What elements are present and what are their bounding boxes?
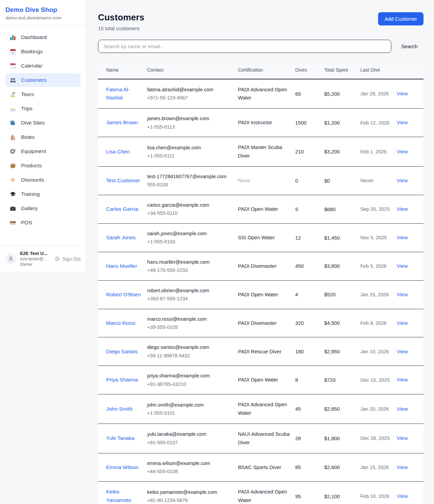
- view-customer-link[interactable]: View: [397, 119, 408, 125]
- view-customer-link[interactable]: View: [397, 149, 408, 154]
- search-row: Search: [98, 40, 423, 53]
- sidebar-item-dive-sites[interactable]: Dive Sites: [5, 116, 81, 130]
- view-customer-link[interactable]: View: [397, 464, 408, 470]
- customer-total-spent: $3,200: [324, 142, 360, 162]
- customer-name-link[interactable]: Sarah Jones: [106, 235, 136, 240]
- sidebar-item-training[interactable]: Training: [5, 187, 81, 201]
- customer-total-spent: $5,200: [324, 84, 360, 104]
- table-row: Marco Rossimarco.rossi@example.com+39-55…: [98, 309, 423, 338]
- customer-email: fatima.alrashid@example.com: [147, 86, 235, 93]
- search-input[interactable]: [98, 40, 391, 53]
- view-customer-link[interactable]: View: [397, 235, 408, 240]
- customer-certification: PADI Master Scuba Diver: [238, 144, 282, 158]
- customer-name-link[interactable]: Keiko Yamamoto: [106, 489, 131, 503]
- customer-certification: PADI Open Water: [238, 206, 278, 212]
- sidebar-item-dashboard[interactable]: Dashboard: [5, 31, 81, 44]
- customer-certification: PADI Advanced Open Water: [238, 489, 287, 503]
- package-icon: [9, 162, 16, 169]
- customer-name-link[interactable]: Priya Sharma: [106, 377, 138, 382]
- sidebar-item-equipment[interactable]: Equipment: [5, 145, 81, 158]
- search-button[interactable]: Search: [400, 42, 418, 51]
- sidebar-item-bookings[interactable]: 17Bookings: [5, 45, 81, 58]
- user-meta: E2E Test U... e2e-tester@... Owner: [20, 251, 47, 267]
- sidebar-item-trips[interactable]: Trips: [5, 102, 81, 115]
- customer-phone: +81-90-1234-5678: [147, 497, 235, 504]
- customer-name-link[interactable]: Hans Mueller: [106, 263, 137, 269]
- table-row: Diego Santosdiego.santos@example.com+55-…: [98, 337, 423, 366]
- person-icon: [8, 256, 14, 262]
- customer-contact: carlos.garcia@example.com+34-555-0110: [147, 195, 238, 223]
- customer-dives: 0: [295, 171, 324, 191]
- customer-certification: NAUI Advanced Scuba Diver: [238, 431, 290, 445]
- view-customer-link[interactable]: View: [397, 206, 408, 212]
- customer-last-dive: Jan 28, 2026: [360, 84, 397, 104]
- sidebar-item-products[interactable]: Products: [5, 159, 81, 172]
- dive-mask-icon: [9, 148, 16, 155]
- view-customer-link[interactable]: View: [397, 349, 408, 354]
- sidebar-item-pos[interactable]: POS: [5, 216, 81, 229]
- customer-last-dive: Feb 1, 2026: [360, 142, 397, 162]
- customer-phone: +1-555-0111: [147, 152, 235, 160]
- customer-name-link[interactable]: Yuki Tanaka: [106, 435, 134, 441]
- sidebar-item-discounts[interactable]: Discounts: [5, 173, 81, 187]
- sidebar-nav: Dashboard17BookingsCalendarCustomersTour…: [0, 26, 86, 233]
- customer-last-dive: Dec 15, 2025: [360, 370, 397, 390]
- credit-card-icon: [9, 219, 16, 226]
- view-customer-link[interactable]: View: [397, 406, 408, 412]
- customer-phone: +1-555-0103: [147, 238, 235, 245]
- customer-name-link[interactable]: James Brown: [106, 119, 138, 125]
- customer-email: keiko.yamamoto@example.com: [147, 488, 235, 496]
- customer-name-link[interactable]: Robert O'Brien: [106, 292, 141, 297]
- customer-dives: 85: [295, 457, 324, 477]
- customer-phone: +353-87-555-1234: [147, 295, 235, 302]
- customer-certification: PADI Open Water: [238, 292, 278, 297]
- customer-name-link[interactable]: Fatima Al-Rashid: [106, 87, 130, 101]
- customer-dives: 1500: [295, 113, 324, 133]
- sidebar-item-label: Dive Sites: [21, 120, 45, 126]
- view-customer-link[interactable]: View: [397, 263, 408, 269]
- customer-name-link[interactable]: Test Customer: [106, 178, 140, 183]
- customer-certification: PADI Divemaster: [238, 263, 277, 269]
- customer-contact: sarah.jones@example.com+1-555-0103: [147, 224, 238, 252]
- add-customer-button[interactable]: Add Customer: [378, 12, 423, 25]
- sidebar-item-label: Gallery: [21, 205, 38, 211]
- sidebar-item-gallery[interactable]: Gallery: [5, 202, 81, 215]
- table-row: Fatima Al-Rashidfatima.alrashid@example.…: [98, 79, 423, 109]
- view-customer-link[interactable]: View: [397, 435, 408, 441]
- table-row: Carlos Garciacarlos.garcia@example.com+3…: [98, 195, 423, 224]
- customer-name-link[interactable]: Carlos Garcia: [106, 206, 138, 212]
- customer-name-link[interactable]: Diego Santos: [106, 349, 138, 354]
- sidebar-item-label: Customers: [21, 77, 46, 83]
- customer-name-link[interactable]: John Smith: [106, 406, 133, 412]
- table-row: Robert O'Brienrobert.obrien@example.com+…: [98, 281, 423, 309]
- customer-contact: yuki.tanaka@example.com+81-555-0107: [147, 424, 238, 452]
- table-row: Priya Sharmapriya.sharma@example.com+91-…: [98, 366, 423, 394]
- table-row: Lisa Chenlisa.chen@example.com+1-555-011…: [98, 137, 423, 167]
- customer-dives: 65: [295, 84, 324, 104]
- view-customer-link[interactable]: View: [397, 292, 408, 297]
- customer-last-dive: Sep 20, 2025: [360, 199, 397, 219]
- customer-name-link[interactable]: Lisa Chen: [106, 149, 130, 154]
- view-customer-link[interactable]: View: [397, 178, 408, 183]
- view-customer-link[interactable]: View: [397, 91, 408, 96]
- sidebar-item-label: Products: [21, 163, 42, 169]
- sign-out-button[interactable]: Sign Out: [55, 256, 81, 262]
- customer-certification: None: [238, 178, 250, 183]
- customer-contact: test-1772681807767@example.com555-0100: [147, 167, 238, 195]
- view-customer-link[interactable]: View: [397, 320, 408, 326]
- sidebar-item-label: Discounts: [21, 177, 44, 183]
- view-customer-link[interactable]: View: [397, 493, 408, 499]
- customer-last-dive: Nov 5, 2025: [360, 228, 397, 247]
- sidebar-item-boats[interactable]: Boats: [5, 130, 81, 144]
- customer-last-dive: Dec 28, 2025: [360, 428, 397, 448]
- customer-name-link[interactable]: Marco Rossi: [106, 320, 135, 326]
- sidebar-item-calendar[interactable]: Calendar: [5, 59, 81, 73]
- customer-name-link[interactable]: Emma Wilson: [106, 464, 139, 470]
- sidebar-item-tours[interactable]: Tours: [5, 88, 81, 101]
- island-icon: [9, 91, 16, 98]
- customer-total-spent: $2,950: [324, 341, 360, 361]
- sidebar-item-customers[interactable]: Customers: [5, 73, 81, 87]
- view-customer-link[interactable]: View: [397, 377, 408, 382]
- page-header: Customers 15 total customers Add Custome…: [98, 12, 423, 31]
- customer-last-dive: Feb 12, 2026: [360, 113, 397, 133]
